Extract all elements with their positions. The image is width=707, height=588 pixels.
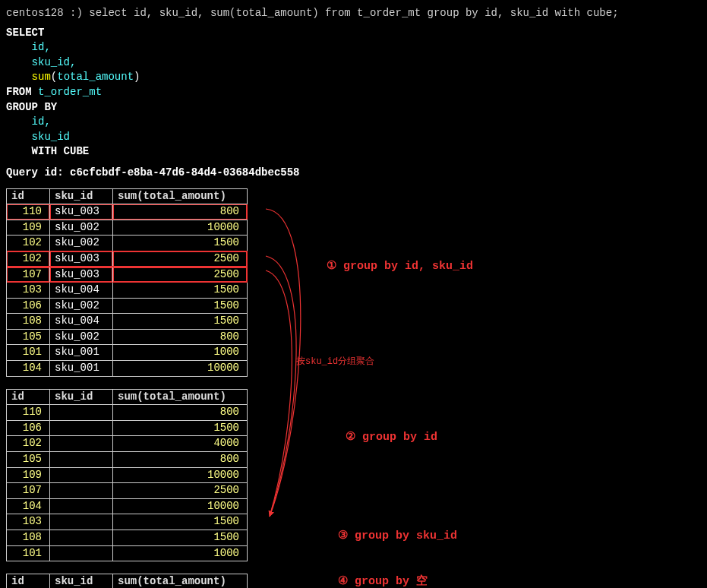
cell-sku: sku_001 bbox=[50, 345, 113, 361]
table-row: 108sku_0041500 bbox=[7, 314, 248, 330]
cell-sum: 10000 bbox=[113, 498, 248, 514]
cell-id: 103 bbox=[7, 283, 50, 299]
cell-sum: 1500 bbox=[113, 236, 248, 251]
prompt-line: centos128 :) select id, sku_id, sum(tota… bbox=[6, 6, 701, 21]
annotation-4: ④ group by 空 bbox=[338, 574, 428, 588]
table-row: 104sku_00110000 bbox=[7, 361, 248, 377]
cell-sku: sku_003 bbox=[50, 204, 113, 220]
table-body-1: 110sku_003800109sku_00210000102sku_00215… bbox=[7, 204, 248, 377]
sql-fn: sum bbox=[32, 71, 51, 83]
cell-id: 104 bbox=[7, 498, 50, 514]
table-row: 10410000 bbox=[7, 498, 248, 514]
table-header: id sku_id sum(total_amount) bbox=[7, 574, 248, 588]
cell-id: 101 bbox=[7, 545, 50, 561]
cell-id: 102 bbox=[7, 251, 50, 267]
cell-sum: 10000 bbox=[113, 467, 248, 483]
cell-sum: 10000 bbox=[113, 361, 248, 377]
cell-sku bbox=[50, 514, 113, 530]
sql-groupby: GROUP BY bbox=[6, 101, 57, 113]
sql-table: t_order_mt bbox=[38, 86, 102, 98]
table-body-2: 1108001061500102400010580010910000107250… bbox=[7, 405, 248, 561]
table-row: 101sku_0011000 bbox=[7, 345, 248, 361]
table-row: 103sku_0041500 bbox=[7, 283, 248, 299]
cell-sum: 1500 bbox=[113, 314, 248, 330]
cell-sum: 1500 bbox=[113, 420, 248, 436]
sql-gb2: sku_id bbox=[32, 131, 70, 143]
query-id-line: Query id: c6cfcbdf-e8ba-47d6-84d4-03684d… bbox=[6, 166, 701, 181]
sql-lparen: ( bbox=[51, 71, 57, 83]
sql-rparen: ) bbox=[134, 71, 140, 83]
table-row: 109sku_00210000 bbox=[7, 220, 248, 236]
cell-id: 102 bbox=[7, 236, 50, 251]
sql-pretty: SELECT id, sku_id, sum(total_amount) FRO… bbox=[6, 26, 701, 160]
col-sum: sum(total_amount) bbox=[113, 574, 248, 588]
cell-sku bbox=[50, 420, 113, 436]
cell-id: 107 bbox=[7, 267, 50, 283]
prompt-symbol: :) bbox=[70, 7, 83, 19]
col-id: id bbox=[7, 389, 50, 405]
col-sum: sum(total_amount) bbox=[113, 389, 248, 405]
table-row: 106sku_0021500 bbox=[7, 298, 248, 314]
table-row: 110800 bbox=[7, 405, 248, 421]
cell-sku bbox=[50, 498, 113, 514]
cell-sum: 800 bbox=[113, 204, 248, 220]
table-row: 105800 bbox=[7, 452, 248, 468]
cell-id: 102 bbox=[7, 436, 50, 452]
cell-sku: sku_002 bbox=[50, 220, 113, 236]
cell-sum: 10000 bbox=[113, 220, 248, 236]
cell-id: 106 bbox=[7, 420, 50, 436]
cell-sum: 1500 bbox=[113, 514, 248, 530]
result-table-3: id sku_id sum(total_amount) 0sku_0035800… bbox=[6, 574, 248, 588]
cell-sku: sku_002 bbox=[50, 298, 113, 314]
sql-fn-arg: total_amount bbox=[57, 71, 134, 83]
col-sum: sum(total_amount) bbox=[113, 188, 248, 204]
table-header: id sku_id sum(total_amount) bbox=[7, 389, 248, 405]
annotation-2: ② group by id bbox=[346, 429, 437, 445]
table-row: 102sku_0032500 bbox=[7, 251, 248, 267]
result-table-2: id sku_id sum(total_amount) 110800106150… bbox=[6, 389, 248, 562]
cell-id: 106 bbox=[7, 298, 50, 314]
cell-sku bbox=[50, 545, 113, 561]
cell-sku: sku_003 bbox=[50, 251, 113, 267]
cell-sku: sku_001 bbox=[50, 361, 113, 377]
cell-sum: 1000 bbox=[113, 545, 248, 561]
cell-id: 110 bbox=[7, 204, 50, 220]
cell-sku bbox=[50, 405, 113, 421]
cell-id: 109 bbox=[7, 467, 50, 483]
col-sku: sku_id bbox=[50, 574, 113, 588]
col-sku: sku_id bbox=[50, 389, 113, 405]
col-id: id bbox=[7, 188, 50, 204]
cell-sum: 1500 bbox=[113, 530, 248, 546]
cell-sku bbox=[50, 530, 113, 546]
cell-sum: 1500 bbox=[113, 298, 248, 314]
sql-cube: WITH CUBE bbox=[32, 145, 90, 157]
table-row: 1072500 bbox=[7, 483, 248, 499]
table-row: 1061500 bbox=[7, 420, 248, 436]
cell-sku: sku_002 bbox=[50, 236, 113, 251]
table-row: 102sku_0021500 bbox=[7, 236, 248, 251]
cell-sum: 800 bbox=[113, 329, 248, 345]
sql-from: FROM bbox=[6, 86, 32, 98]
cell-id: 105 bbox=[7, 329, 50, 345]
table-row: 1081500 bbox=[7, 530, 248, 546]
cell-id: 101 bbox=[7, 345, 50, 361]
table-row: 10910000 bbox=[7, 467, 248, 483]
query-id-label: Query id: bbox=[6, 166, 64, 179]
annotation-mid: 按sku_id分组聚合 bbox=[296, 356, 374, 368]
cell-id: 108 bbox=[7, 314, 50, 330]
cell-sum: 2500 bbox=[113, 483, 248, 499]
cell-sum: 1000 bbox=[113, 345, 248, 361]
query-id-value: c6cfcbdf-e8ba-47d6-84d4-03684dbec558 bbox=[70, 166, 299, 179]
sql-col2: sku_id, bbox=[32, 56, 77, 68]
table-row: 107sku_0032500 bbox=[7, 267, 248, 283]
prompt-command: select id, sku_id, sum(total_amount) fro… bbox=[89, 7, 618, 19]
cell-sku bbox=[50, 436, 113, 452]
cell-sku: sku_004 bbox=[50, 314, 113, 330]
col-id: id bbox=[7, 574, 50, 588]
sql-col1: id, bbox=[32, 41, 51, 53]
cell-id: 110 bbox=[7, 405, 50, 421]
table-row: 1024000 bbox=[7, 436, 248, 452]
annotation-1: ① group by id, sku_id bbox=[327, 258, 473, 274]
sql-gb1: id, bbox=[32, 115, 51, 128]
cell-sku bbox=[50, 467, 113, 483]
